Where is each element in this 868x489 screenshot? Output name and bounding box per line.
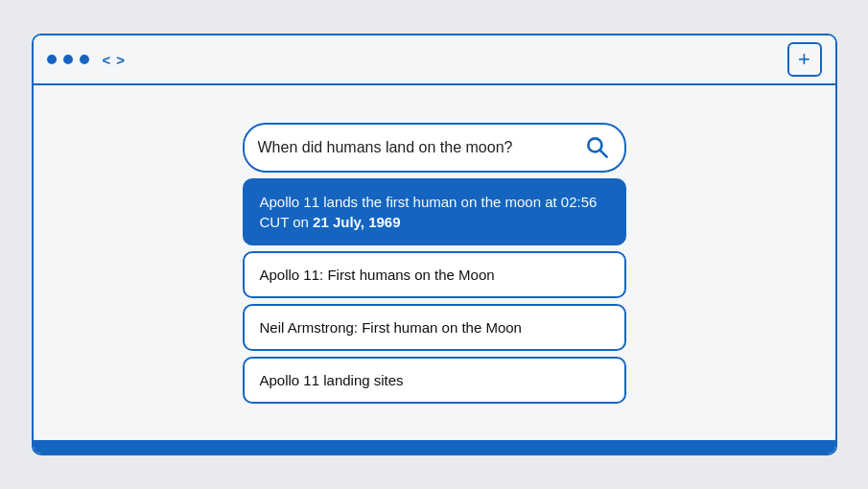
suggestion-text: Apollo 11 lands the first human on the m… <box>260 194 598 230</box>
dot-3 <box>80 55 89 64</box>
search-icon <box>584 134 611 161</box>
suggestion-item[interactable]: Apollo 11 lands the first human on the m… <box>243 178 626 245</box>
suggestion-item[interactable]: Apollo 11: First humans on the Moon <box>243 251 626 298</box>
suggestion-text: Neil Armstrong: First human on the Moon <box>260 319 522 336</box>
suggestion-text: Apollo 11 landing sites <box>260 372 404 388</box>
suggestion-item[interactable]: Apollo 11 landing sites <box>243 357 626 404</box>
dot-1 <box>47 55 57 64</box>
svg-line-1 <box>599 150 606 156</box>
forward-button[interactable]: > <box>116 52 125 68</box>
search-container: Apollo 11 lands the first human on the m… <box>243 123 626 404</box>
browser-window: < > + Apollo 11 lands the first human on… <box>32 34 837 455</box>
search-button[interactable] <box>584 134 611 161</box>
suggestions-list: Apollo 11 lands the first human on the m… <box>243 178 626 404</box>
search-input[interactable] <box>258 139 576 156</box>
suggestion-text: Apollo 11: First humans on the Moon <box>260 267 495 283</box>
browser-bottom-bar <box>34 440 835 454</box>
nav-controls: < > <box>103 52 126 68</box>
traffic-lights <box>47 55 89 64</box>
suggestion-item[interactable]: Neil Armstrong: First human on the Moon <box>243 304 626 351</box>
search-bar <box>243 123 626 173</box>
back-button[interactable]: < <box>103 52 111 68</box>
browser-content: Apollo 11 lands the first human on the m… <box>34 85 835 440</box>
browser-toolbar: < > + <box>34 35 835 85</box>
dot-2 <box>63 55 73 64</box>
add-tab-button[interactable]: + <box>787 42 822 77</box>
